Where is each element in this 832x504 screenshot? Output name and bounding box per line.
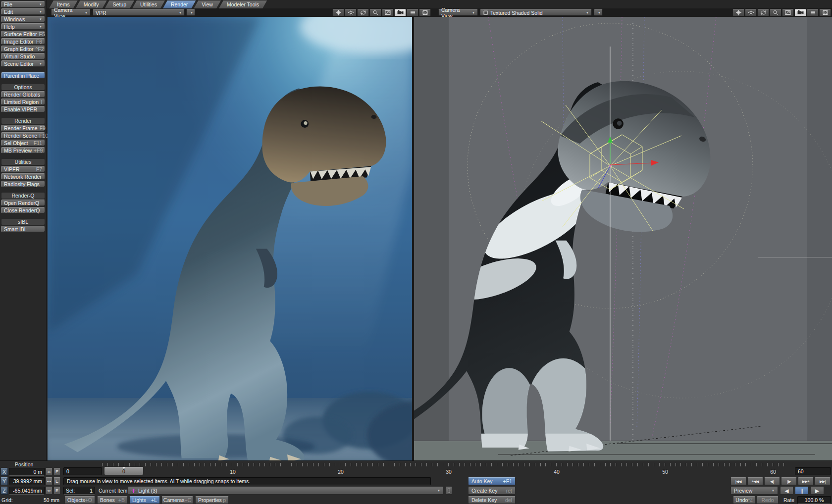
open-renderq-button[interactable]: Open RenderQ bbox=[1, 200, 45, 206]
y-axis-toggle[interactable]: Y bbox=[0, 477, 8, 485]
limited-region-button[interactable]: Limited Regionl bbox=[1, 99, 45, 105]
file-menu[interactable]: File▼ bbox=[1, 1, 45, 7]
end-frame-field[interactable]: 60 bbox=[795, 467, 831, 475]
camera-match-icon[interactable] bbox=[394, 9, 406, 16]
redo-button[interactable]: Redo bbox=[757, 496, 779, 504]
scene-editor-button[interactable]: Scene Editor▼ bbox=[1, 60, 45, 67]
parent-in-place-button[interactable]: Parent in Place bbox=[1, 72, 45, 79]
view-menu-icon[interactable] bbox=[407, 9, 418, 16]
x-envelope-button[interactable]: E bbox=[53, 468, 60, 476]
pause-button[interactable]: || bbox=[795, 487, 809, 495]
current-frame-field[interactable]: 0 bbox=[63, 467, 102, 475]
help-menu[interactable]: Help▼ bbox=[1, 23, 45, 30]
objects-mode-button[interactable]: Objects+O bbox=[64, 496, 95, 504]
z-nudge-button[interactable]: ◄► bbox=[46, 487, 52, 495]
utilities-section-label: Utilities bbox=[1, 159, 45, 165]
edit-menu[interactable]: Edit▼ bbox=[1, 8, 45, 15]
viewport-vpr[interactable] bbox=[48, 17, 412, 460]
z-value-field[interactable]: -65.0419mm bbox=[9, 487, 45, 495]
play-reverse-button[interactable]: ◀ bbox=[780, 487, 793, 495]
tab-utilities[interactable]: Utilities bbox=[132, 0, 165, 8]
current-item-dropdown[interactable]: Light (3) ▼ bbox=[128, 487, 443, 495]
viewport-shaded[interactable] bbox=[414, 17, 832, 460]
undo-button[interactable]: Undo^Z bbox=[733, 496, 755, 504]
chevron-down-icon: ▼ bbox=[83, 11, 88, 14]
rotate-view-icon[interactable] bbox=[757, 9, 769, 16]
smart-ibl-button[interactable]: Smart IBL bbox=[1, 226, 45, 232]
zoom-view-icon[interactable] bbox=[369, 9, 381, 16]
save-view-icon[interactable] bbox=[819, 9, 831, 16]
go-end-button[interactable]: ▶▶| bbox=[815, 477, 831, 485]
save-view-icon[interactable] bbox=[419, 9, 431, 16]
z-axis-toggle[interactable]: Z bbox=[0, 487, 8, 495]
step-forward-button[interactable]: ||▶ bbox=[781, 477, 797, 485]
rate-label: Rate bbox=[783, 497, 794, 503]
render-scene-button[interactable]: Render SceneF10 bbox=[1, 132, 45, 139]
timeline-ruler[interactable] bbox=[102, 463, 785, 466]
left-render-mode-dropdown[interactable]: VPR▼ bbox=[93, 9, 185, 16]
play-forward-button[interactable]: ▶ bbox=[810, 487, 824, 495]
mb-preview-button[interactable]: MB Preview+F9 bbox=[1, 147, 45, 153]
tab-render[interactable]: Render bbox=[163, 0, 196, 8]
y-value-field[interactable]: 39.9992 mm bbox=[9, 477, 45, 485]
prev-key-button[interactable]: +◀◀ bbox=[747, 477, 763, 485]
x-value-field[interactable]: 0 m bbox=[9, 468, 45, 476]
fit-view-icon[interactable] bbox=[382, 9, 394, 16]
tab-setup[interactable]: Setup bbox=[105, 0, 134, 8]
pan-view-icon[interactable] bbox=[745, 9, 757, 16]
view-menu-icon[interactable] bbox=[807, 9, 819, 16]
options-section-label: Options bbox=[1, 84, 45, 90]
transport-controls: |◀◀ +◀◀ ◀|| ||▶ ▶▶+ ▶▶| bbox=[730, 477, 831, 485]
image-editor-button[interactable]: Image EditorF6 bbox=[1, 38, 45, 45]
enable-viper-button[interactable]: Enable VIPER bbox=[1, 106, 45, 112]
tab-modeler-tools[interactable]: Modeler Tools bbox=[219, 0, 267, 8]
properties-button[interactable]: Propertiesp bbox=[195, 496, 229, 504]
z-envelope-button[interactable]: E bbox=[53, 487, 60, 495]
network-render-button[interactable]: Network Render bbox=[1, 173, 45, 180]
render-frame-button[interactable]: Render FrameF9 bbox=[1, 125, 45, 131]
step-back-button[interactable]: ◀|| bbox=[764, 477, 780, 485]
item-edit-button[interactable] bbox=[445, 487, 452, 495]
radiosity-flags-button[interactable]: Radiosity Flags bbox=[1, 181, 45, 187]
move-view-icon[interactable] bbox=[332, 9, 344, 16]
move-view-icon[interactable] bbox=[732, 9, 744, 16]
delete-key-button[interactable]: Delete Keydel bbox=[468, 496, 516, 504]
create-key-button[interactable]: Create Keyret bbox=[468, 487, 516, 495]
right-view-type-dropdown[interactable]: Camera View▼ bbox=[438, 9, 478, 16]
auto-key-button[interactable]: Auto Key+F1 bbox=[468, 477, 516, 485]
chevron-down-icon: ▼ bbox=[596, 11, 601, 14]
ruler-label: 30 bbox=[441, 469, 456, 475]
preview-dropdown[interactable]: Preview▼ bbox=[730, 487, 778, 495]
left-view-type-dropdown[interactable]: Camera View▼ bbox=[51, 9, 91, 16]
y-nudge-button[interactable]: ◄► bbox=[46, 477, 52, 485]
cameras-mode-button[interactable]: Cameras+C bbox=[161, 496, 193, 504]
surface-editor-button[interactable]: Surface EditorF5 bbox=[1, 31, 45, 37]
camera-match-icon[interactable] bbox=[794, 9, 806, 16]
bones-mode-button[interactable]: Bones+B bbox=[97, 496, 128, 504]
pan-view-icon[interactable] bbox=[345, 9, 357, 16]
shading-mode-icon bbox=[483, 10, 488, 15]
rate-field[interactable]: 100.0 % bbox=[797, 496, 831, 504]
right-viewport-options-dropdown[interactable]: ▼ bbox=[594, 9, 603, 16]
y-envelope-button[interactable]: E bbox=[53, 477, 60, 485]
virtual-studio-button[interactable]: Virtual Studio bbox=[1, 53, 45, 59]
lights-mode-button[interactable]: Lights+L bbox=[129, 496, 160, 504]
tab-view[interactable]: View bbox=[194, 0, 221, 8]
go-start-button[interactable]: |◀◀ bbox=[730, 477, 746, 485]
next-key-button[interactable]: ▶▶+ bbox=[798, 477, 814, 485]
x-nudge-button[interactable]: ◄► bbox=[46, 468, 52, 476]
graph-editor-button[interactable]: Graph Editor^F2 bbox=[1, 46, 45, 52]
viper-button[interactable]: VIPERF7 bbox=[1, 166, 45, 172]
frame-slider-knob[interactable]: 0 bbox=[104, 467, 144, 475]
close-renderq-button[interactable]: Close RenderQ bbox=[1, 207, 45, 213]
x-axis-toggle[interactable]: X bbox=[0, 468, 8, 476]
windows-menu[interactable]: Windows▼ bbox=[1, 16, 45, 22]
selection-count-field[interactable]: Sel: 1 bbox=[63, 487, 95, 495]
sel-object-button[interactable]: Sel ObjectF11 bbox=[1, 140, 45, 146]
fit-view-icon[interactable] bbox=[782, 9, 794, 16]
rotate-view-icon[interactable] bbox=[357, 9, 369, 16]
render-globals-button[interactable]: Render Globals bbox=[1, 91, 45, 98]
left-viewport-options-dropdown[interactable]: ▼ bbox=[186, 9, 195, 16]
right-render-mode-dropdown[interactable]: Textured Shaded Solid▼ bbox=[480, 9, 592, 16]
zoom-view-icon[interactable] bbox=[770, 9, 781, 16]
